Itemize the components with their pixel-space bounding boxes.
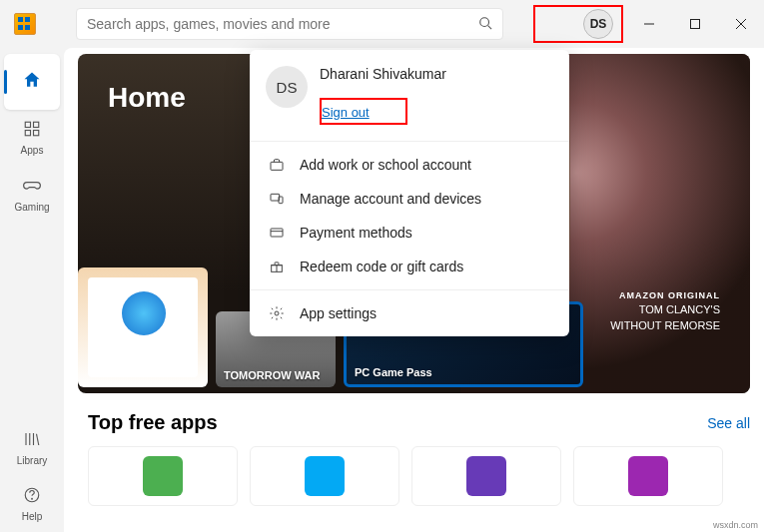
nav-library-label: Library xyxy=(17,455,48,466)
page-title: Home xyxy=(108,82,186,114)
dropdown-avatar: DS xyxy=(266,66,308,108)
sign-out-highlight: Sign out xyxy=(320,98,407,125)
hero-caption: AMAZON ORIGINAL TOM CLANCY'S WITHOUT REM… xyxy=(610,287,720,333)
store-app-icon xyxy=(14,13,36,35)
svg-rect-8 xyxy=(25,131,30,136)
svg-point-24 xyxy=(275,311,279,315)
nav-help[interactable]: Help xyxy=(4,476,60,532)
footer-watermark: wsxdn.com xyxy=(713,520,758,530)
devices-icon xyxy=(268,190,286,208)
window-controls xyxy=(626,8,764,40)
briefcase-icon xyxy=(268,156,286,174)
titlebar: DS xyxy=(0,0,764,48)
app-card[interactable] xyxy=(573,446,723,506)
svg-rect-6 xyxy=(25,122,30,127)
dropdown-user-name: Dharani Shivakumar xyxy=(320,66,553,82)
gaming-icon xyxy=(22,175,42,200)
svg-rect-16 xyxy=(271,162,283,170)
close-button[interactable] xyxy=(718,8,764,40)
dropdown-add-work-account[interactable]: Add work or school account xyxy=(250,148,569,182)
help-icon xyxy=(23,486,41,509)
nav-home[interactable] xyxy=(4,54,60,110)
nav-apps-label: Apps xyxy=(21,145,44,156)
library-icon xyxy=(23,430,41,453)
search-input[interactable] xyxy=(87,16,478,32)
dropdown-redeem[interactable]: Redeem code or gift cards xyxy=(250,250,569,283)
apps-icon xyxy=(23,120,41,143)
gear-icon xyxy=(268,304,286,322)
svg-rect-7 xyxy=(34,122,39,127)
home-icon xyxy=(22,70,42,95)
search-box[interactable] xyxy=(76,8,503,40)
minimize-button[interactable] xyxy=(626,8,672,40)
gift-icon xyxy=(268,258,286,275)
dropdown-app-settings[interactable]: App settings xyxy=(250,296,569,330)
nav-library[interactable]: Library xyxy=(4,420,60,476)
svg-rect-19 xyxy=(271,229,283,237)
svg-rect-17 xyxy=(271,194,280,201)
app-card[interactable] xyxy=(250,446,399,506)
search-icon[interactable] xyxy=(478,16,492,33)
app-card[interactable] xyxy=(411,446,561,506)
dropdown-payment[interactable]: Payment methods xyxy=(250,216,569,250)
profile-dropdown: DS Dharani Shivakumar Sign out Add work … xyxy=(250,50,569,336)
see-all-link[interactable]: See all xyxy=(707,415,750,431)
profile-button[interactable]: DS xyxy=(583,9,613,39)
nav-gaming-label: Gaming xyxy=(14,202,49,213)
maximize-button[interactable] xyxy=(672,8,718,40)
sign-out-link[interactable]: Sign out xyxy=(322,104,376,121)
dropdown-user-section: DS Dharani Shivakumar Sign out xyxy=(250,62,569,135)
svg-rect-3 xyxy=(691,20,700,29)
svg-rect-9 xyxy=(34,131,39,136)
svg-line-1 xyxy=(488,25,492,29)
card-icon xyxy=(268,224,286,242)
app-card[interactable] xyxy=(88,446,238,506)
section-title: Top free apps xyxy=(88,411,218,434)
profile-button-highlight: DS xyxy=(533,5,623,43)
hero-thumb-app[interactable] xyxy=(78,267,208,387)
svg-line-13 xyxy=(37,434,39,445)
svg-point-15 xyxy=(32,498,33,499)
nav-apps[interactable]: Apps xyxy=(4,110,60,166)
nav-gaming[interactable]: Gaming xyxy=(4,166,60,222)
nav-help-label: Help xyxy=(22,511,43,522)
top-free-apps-section: Top free apps See all xyxy=(88,411,750,506)
svg-point-0 xyxy=(480,17,489,26)
dropdown-user-email xyxy=(320,82,553,96)
dropdown-manage-account[interactable]: Manage account and devices xyxy=(250,182,569,216)
sidebar: Apps Gaming Library Help xyxy=(0,48,64,532)
